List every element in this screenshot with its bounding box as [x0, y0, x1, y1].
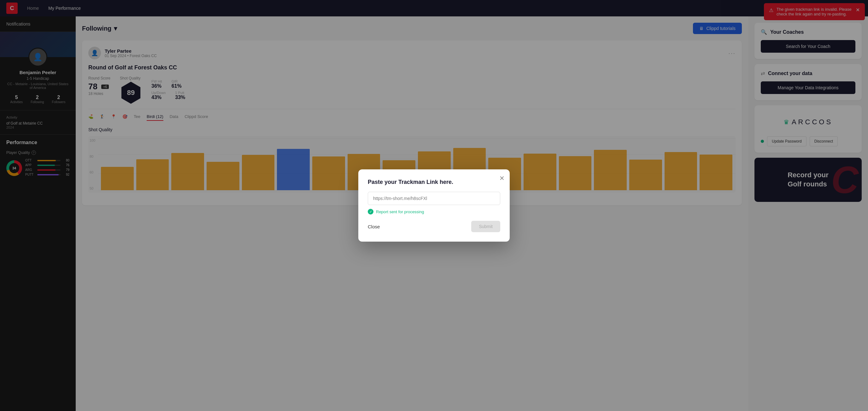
modal-overlay[interactable]: Paste your Trackman Link here. ✕ ✓ Repor… [0, 0, 868, 411]
success-check-icon: ✓ [368, 209, 373, 215]
trackman-modal: Paste your Trackman Link here. ✕ ✓ Repor… [358, 169, 510, 242]
modal-success-message: ✓ Report sent for processing [368, 209, 500, 215]
modal-submit-button[interactable]: Submit [471, 221, 500, 232]
trackman-url-input[interactable] [368, 192, 500, 205]
success-text: Report sent for processing [376, 210, 424, 214]
modal-actions: Close Submit [368, 221, 500, 232]
modal-close-button[interactable]: Close [368, 224, 380, 229]
modal-close-x-button[interactable]: ✕ [499, 175, 505, 182]
modal-title: Paste your Trackman Link here. [368, 179, 500, 186]
